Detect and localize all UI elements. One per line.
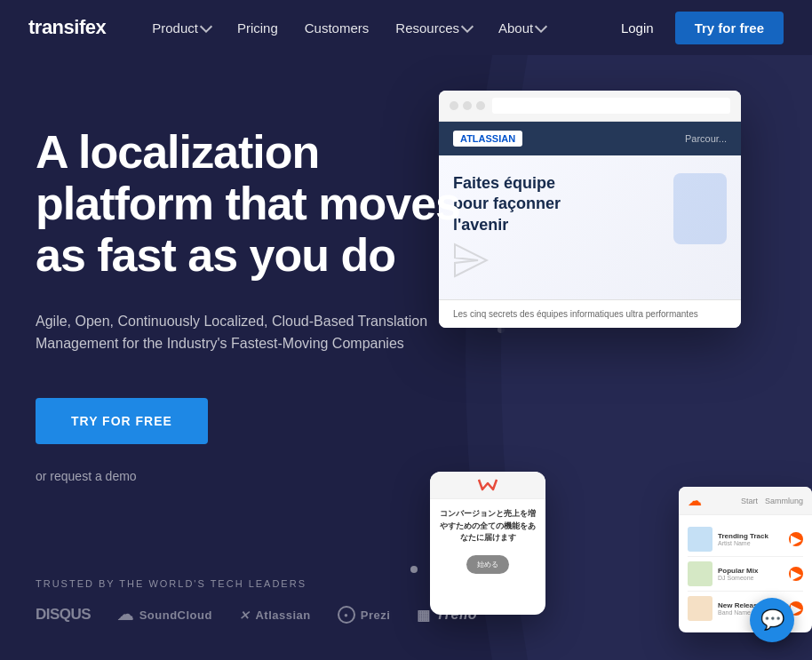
try-free-cta-button[interactable]: TRY FOR FREE — [36, 398, 208, 444]
soundcloud-logo-icon: ☁ — [688, 492, 702, 509]
cta-group: TRY FOR FREE or request a demo — [36, 398, 498, 483]
navbar: transifex Product Pricing Customers Reso… — [0, 0, 812, 55]
trello-logo: ▦ Trello — [417, 607, 477, 624]
disqus-logo: DISQUS — [36, 606, 91, 624]
soundcloud-header: ☁ Start Sammlung — [679, 487, 812, 515]
person-illustration — [673, 173, 727, 244]
hero-content: A localization platform that moves as fa… — [0, 55, 498, 660]
brand-logo[interactable]: transifex — [28, 16, 106, 39]
chevron-down-icon — [200, 20, 212, 32]
nav-about[interactable]: About — [488, 13, 556, 43]
track-item-2: Popular Mix DJ Someone ▶ — [688, 557, 803, 592]
track-info-1: Trending Track Artist Name — [718, 532, 784, 546]
nav-pricing[interactable]: Pricing — [227, 13, 289, 43]
trusted-section: TRUSTED BY THE WORLD'S TECH LEADERS DISQ… — [36, 578, 477, 624]
track-thumbnail-2 — [688, 561, 712, 586]
nav-links: Product Pricing Customers Resources Abou… — [141, 13, 617, 43]
chevron-down-icon — [535, 20, 547, 32]
prezi-logo: ● Prezi — [338, 606, 391, 624]
nav-resources[interactable]: Resources — [385, 13, 482, 43]
prezi-icon: ● — [338, 606, 355, 624]
track-item-1: Trending Track Artist Name ▶ — [688, 522, 803, 557]
chevron-down-icon — [461, 20, 474, 32]
track-info-2: Popular Mix DJ Someone — [718, 567, 784, 581]
nav-actions: Login Try for free — [617, 12, 784, 44]
hero-section: A localization platform that moves as fa… — [0, 55, 812, 660]
request-demo-link[interactable]: or request a demo — [36, 469, 498, 483]
chat-icon: 💬 — [760, 608, 784, 632]
login-button[interactable]: Login — [617, 13, 657, 43]
hero-subtitle: Agile, Open, Continuously Localized, Clo… — [36, 310, 498, 355]
chat-button[interactable]: 💬 — [750, 598, 794, 642]
nav-product[interactable]: Product — [141, 13, 221, 43]
try-for-free-button[interactable]: Try for free — [675, 12, 784, 44]
nav-customers[interactable]: Customers — [294, 13, 380, 43]
play-button-2[interactable]: ▶ — [789, 567, 803, 581]
trusted-label: TRUSTED BY THE WORLD'S TECH LEADERS — [36, 578, 477, 589]
soundcloud-logo: ☁ SoundCloud — [117, 605, 212, 624]
play-button-1[interactable]: ▶ — [789, 532, 803, 546]
atlassian-nav-text: Parcour... — [685, 133, 727, 144]
hero-title: A localization platform that moves as fa… — [36, 126, 498, 282]
atlassian-logo-footer: ⨯ Atlassian — [239, 608, 311, 622]
track-thumbnail-1 — [688, 527, 712, 552]
trusted-logos-row: DISQUS ☁ SoundCloud ⨯ Atlassian ● Prezi … — [36, 605, 477, 624]
track-thumbnail-3 — [688, 596, 712, 621]
url-bar — [492, 98, 730, 114]
soundcloud-nav: Start Sammlung — [741, 497, 803, 505]
